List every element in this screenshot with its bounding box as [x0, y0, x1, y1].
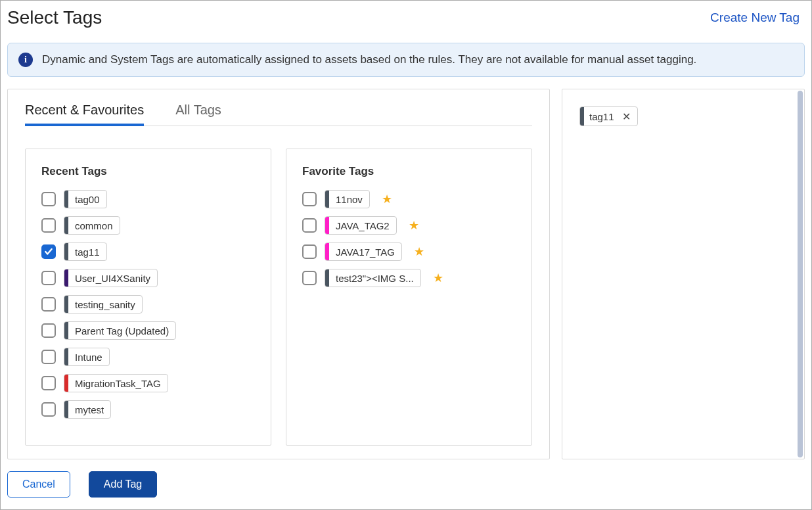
tag-label: tag11 — [68, 246, 106, 258]
recent-tag-row: Intune — [41, 348, 255, 366]
recent-tag-row: User_UI4XSanity — [41, 269, 255, 287]
tag-chip[interactable]: MigrationTask_TAG — [64, 374, 168, 392]
tag-chip[interactable]: test23"><IMG S... — [325, 269, 421, 287]
tag-chip[interactable]: User_UI4XSanity — [64, 269, 158, 287]
recent-tags-title: Recent Tags — [41, 165, 255, 178]
tag-checkbox[interactable] — [41, 323, 56, 338]
selected-tags-panel: tag11✕ — [562, 89, 805, 459]
selected-tag-chip: tag11✕ — [579, 106, 638, 126]
tag-label: testing_sanity — [68, 299, 142, 310]
info-icon: i — [18, 53, 33, 67]
favorite-tag-row: test23"><IMG S...★ — [302, 269, 516, 287]
add-tag-button[interactable]: Add Tag — [89, 471, 157, 498]
tab-all-tags[interactable]: All Tags — [175, 103, 221, 126]
tag-label: test23"><IMG S... — [329, 273, 420, 284]
tag-checkbox[interactable] — [302, 271, 317, 285]
tag-chip[interactable]: 11nov — [325, 190, 370, 208]
tag-chip[interactable]: JAVA_TAG2 — [325, 216, 397, 235]
create-new-tag-link[interactable]: Create New Tag — [710, 11, 800, 25]
tag-checkbox[interactable] — [41, 271, 56, 285]
tag-label: MigrationTask_TAG — [68, 378, 168, 389]
recent-tag-row: MigrationTask_TAG — [41, 374, 255, 392]
info-text: Dynamic and System Tags are automaticall… — [42, 53, 696, 66]
tag-chip[interactable]: tag00 — [64, 190, 107, 208]
tag-checkbox[interactable] — [41, 244, 56, 259]
tag-label: mytest — [68, 404, 110, 415]
dialog-title: Select Tags — [7, 7, 102, 28]
tag-checkbox[interactable] — [41, 350, 56, 364]
recent-tag-row: testing_sanity — [41, 295, 255, 313]
tag-chip[interactable]: tag11 — [64, 243, 107, 261]
tag-chip[interactable]: testing_sanity — [64, 295, 143, 313]
favorite-tag-row: JAVA_TAG2★ — [302, 216, 516, 235]
star-icon[interactable]: ★ — [433, 271, 443, 285]
tag-checkbox[interactable] — [41, 402, 56, 417]
tag-chip[interactable]: Intune — [64, 348, 110, 366]
tag-chip[interactable]: JAVA17_TAG — [325, 243, 402, 261]
scrollbar[interactable] — [798, 91, 803, 457]
star-icon[interactable]: ★ — [409, 218, 419, 233]
star-icon[interactable]: ★ — [414, 244, 424, 259]
star-icon[interactable]: ★ — [382, 192, 392, 206]
tag-label: User_UI4XSanity — [68, 273, 157, 284]
tag-label: tag00 — [68, 194, 106, 205]
recent-tag-row: tag00 — [41, 190, 255, 208]
tag-label: tag11 — [584, 111, 620, 122]
tag-checkbox[interactable] — [41, 192, 56, 206]
tag-checkbox[interactable] — [302, 218, 317, 233]
cancel-button[interactable]: Cancel — [7, 471, 70, 498]
tag-label: 11nov — [329, 194, 369, 205]
recent-tags-box: Recent Tags tag00commontag11User_UI4XSan… — [25, 149, 271, 446]
tags-panel: Recent & Favourites All Tags Recent Tags… — [7, 89, 550, 459]
tag-checkbox[interactable] — [41, 376, 56, 390]
tag-label: JAVA_TAG2 — [329, 220, 396, 231]
favorite-tags-box: Favorite Tags 11nov★JAVA_TAG2★JAVA17_TAG… — [286, 149, 532, 446]
tag-label: common — [68, 220, 120, 231]
tag-checkbox[interactable] — [302, 192, 317, 206]
recent-tag-row: tag11 — [41, 243, 255, 261]
tag-checkbox[interactable] — [41, 297, 56, 312]
tag-chip[interactable]: mytest — [64, 400, 111, 419]
recent-tag-row: Parent Tag (Updated) — [41, 321, 255, 340]
tag-chip[interactable]: common — [64, 216, 120, 235]
recent-tag-row: common — [41, 216, 255, 235]
tag-checkbox[interactable] — [41, 218, 56, 233]
info-banner: i Dynamic and System Tags are automatica… — [7, 43, 805, 77]
tag-chip[interactable]: Parent Tag (Updated) — [64, 321, 176, 340]
tag-label: Parent Tag (Updated) — [68, 325, 175, 336]
tag-label: JAVA17_TAG — [329, 246, 401, 258]
tag-label: Intune — [68, 352, 109, 363]
favorite-tags-title: Favorite Tags — [302, 165, 516, 178]
favorite-tag-row: JAVA17_TAG★ — [302, 243, 516, 261]
recent-tag-row: mytest — [41, 400, 255, 419]
tag-checkbox[interactable] — [302, 244, 317, 259]
favorite-tag-row: 11nov★ — [302, 190, 516, 208]
remove-tag-icon[interactable]: ✕ — [620, 110, 637, 123]
tab-recent-favourites[interactable]: Recent & Favourites — [25, 103, 144, 126]
